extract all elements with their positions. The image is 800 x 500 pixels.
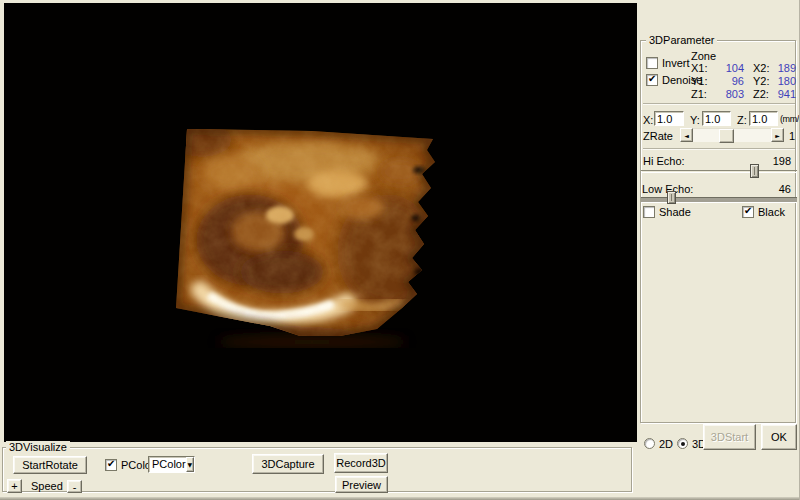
pcolor-combobox-value: PColor: [149, 457, 186, 472]
zrate-left-arrow-icon[interactable]: ◄: [680, 128, 693, 142]
zrate-value: 1: [789, 130, 795, 142]
visualize-group-title: 3DVisualize: [6, 441, 70, 453]
scale-x-input[interactable]: [654, 111, 684, 126]
speed-plus-button[interactable]: +: [7, 479, 22, 493]
scale-z-input[interactable]: [749, 111, 778, 126]
low-echo-value: 46: [751, 183, 791, 195]
low-echo-slider-thumb[interactable]: [667, 191, 676, 204]
speed-label: Speed: [31, 480, 63, 492]
pcolor-combobox[interactable]: PColor ▼: [148, 456, 195, 473]
hi-echo-slider-thumb[interactable]: [750, 164, 759, 178]
mode-3d-radio[interactable]: [677, 438, 688, 449]
scale-x-label: X:: [643, 114, 653, 126]
parameter-groupbox: 3DParameter Invert Denoise Zone X1: 104 …: [640, 40, 796, 423]
zone-z1-value: 803: [707, 88, 744, 100]
hi-echo-label: Hi Echo:: [643, 155, 685, 167]
zone-z2-value: 941: [767, 88, 796, 100]
ultrasound-volume-render: [172, 112, 440, 348]
app-window: 3DParameter Invert Denoise Zone X1: 104 …: [0, 0, 800, 500]
zone-y2-value: 180: [767, 75, 796, 87]
zone-z1-label: Z1:: [691, 88, 707, 100]
black-checkbox[interactable]: [742, 206, 754, 218]
scale-y-label: Y:: [690, 114, 700, 126]
mode-2d-radio[interactable]: [644, 438, 655, 449]
zone-x1-label: X1:: [691, 62, 708, 74]
chevron-down-icon[interactable]: ▼: [186, 457, 194, 472]
hi-echo-slider-track[interactable]: [641, 170, 797, 173]
shade-checkbox[interactable]: [643, 206, 655, 218]
zone-x1-value: 104: [707, 62, 744, 74]
3dcapture-button[interactable]: 3DCapture: [252, 454, 324, 474]
scale-unit-label: (mm/p): [780, 114, 800, 124]
scale-y-input[interactable]: [702, 111, 731, 126]
parameter-group-title: 3DParameter: [646, 34, 717, 46]
speed-minus-button[interactable]: -: [67, 480, 82, 493]
zrate-label: ZRate: [643, 130, 673, 142]
pcolor-checkbox[interactable]: [105, 459, 117, 471]
zone-row-x: X1: 104 X2: 189: [641, 62, 797, 74]
zrate-thumb[interactable]: [719, 129, 734, 143]
ok-button[interactable]: OK: [761, 424, 797, 450]
zone-y1-value: 96: [707, 75, 744, 87]
zone-label: Zone: [691, 50, 716, 62]
preview-button[interactable]: Preview: [335, 476, 388, 493]
zone-x2-value: 189: [767, 62, 796, 74]
zone-row-z: Z1: 803 Z2: 941: [641, 88, 797, 100]
visualize-groupbox: 3DVisualize StartRotate + Speed - PColor…: [2, 447, 632, 492]
zone-y1-label: Y1:: [691, 75, 708, 87]
scale-z-label: Z:: [737, 114, 747, 126]
zrate-right-arrow-icon[interactable]: ►: [771, 128, 784, 142]
separator-mid: [643, 148, 795, 150]
zrate-track[interactable]: [693, 128, 771, 142]
shade-label: Shade: [659, 206, 691, 218]
3dstart-button[interactable]: 3DStart: [703, 424, 756, 450]
render-viewport[interactable]: [4, 3, 637, 442]
low-echo-slider-track[interactable]: [641, 197, 797, 203]
separator-top: [643, 103, 795, 105]
mode-2d-label: 2D: [659, 438, 673, 450]
start-rotate-button[interactable]: StartRotate: [13, 456, 87, 474]
zone-row-y: Y1: 96 Y2: 180: [641, 75, 797, 87]
black-label: Black: [758, 206, 785, 218]
record3d-button[interactable]: Record3D: [334, 453, 388, 473]
zrate-scrollbar[interactable]: ◄ ►: [680, 128, 784, 142]
